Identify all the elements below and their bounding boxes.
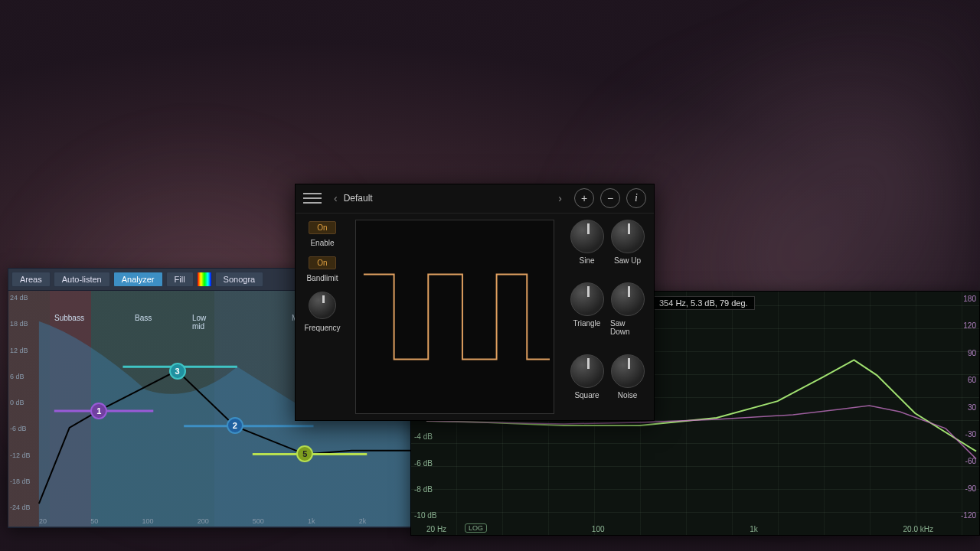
spec-y-tick: -4 dB (414, 432, 436, 441)
preset-next-button[interactable]: › (552, 192, 568, 204)
preset-prev-button[interactable]: ‹ (328, 192, 344, 204)
eq-x-tick: 2k (359, 517, 367, 525)
sine-knob[interactable] (570, 220, 604, 253)
sine-label: Sine (579, 256, 594, 265)
color-swatch-button[interactable] (197, 272, 212, 287)
spec-y-tick: -10 dB (414, 511, 436, 520)
osc-left-column: On Enable On Bandlimit Frequency (296, 214, 349, 420)
frequency-knob[interactable] (309, 292, 336, 319)
log-scale-button[interactable]: LOG (465, 523, 487, 533)
spec-x-tick: 1k (750, 525, 758, 533)
sawup-label: Saw Up (614, 256, 641, 265)
noise-knob[interactable] (611, 354, 645, 388)
eq-node-3[interactable]: 3 (169, 363, 186, 380)
spectrum-tooltip: 354 Hz, 5.3 dB, 79 deg. (652, 296, 755, 310)
eq-x-axis: 20 50 100 200 500 1k 2k 5k (39, 517, 417, 525)
auto-listen-button[interactable]: Auto-listen (54, 272, 110, 287)
preset-selector: ‹ Default › (328, 192, 568, 204)
sawup-knob-group: Saw Up (610, 220, 645, 279)
eq-x-tick: 200 (198, 517, 209, 525)
eq-x-tick: 50 (90, 517, 98, 525)
sine-knob-group: Sine (570, 220, 604, 279)
eq-x-tick: 1k (308, 517, 315, 525)
bandlimit-toggle[interactable]: On (309, 256, 335, 269)
sawup-knob[interactable] (611, 220, 645, 253)
spec-phase-tick: 60 (961, 376, 976, 384)
spec-phase-tick: -30 (961, 430, 976, 439)
oscillator-panel: ‹ Default › + − i On Enable On Bandlimit… (295, 184, 655, 421)
sawdown-knob-group: Saw Down (610, 282, 645, 350)
bandlimit-label: Bandlimit (306, 274, 338, 282)
spec-x-start: 20 Hz (426, 525, 446, 533)
spec-phase-tick: -120 (961, 511, 976, 520)
areas-button[interactable]: Areas (11, 272, 51, 287)
square-label: Square (574, 391, 599, 399)
osc-header: ‹ Default › + − i (296, 184, 654, 214)
enable-label: Enable (310, 239, 334, 247)
spectrum-y-right: 180 120 90 60 30 -30 -60 -90 -120 (961, 295, 976, 520)
enable-toggle[interactable]: On (309, 221, 335, 234)
triangle-knob-group: Triangle (570, 282, 604, 350)
spec-x-tick: 100 (592, 525, 605, 533)
noise-label: Noise (618, 391, 638, 399)
osc-wave-knobs: Sine Saw Up Triangle Saw Down Square Noi… (560, 214, 654, 420)
info-button[interactable]: i (626, 188, 646, 208)
waveform-display[interactable] (355, 220, 554, 414)
eq-x-tick: 500 (253, 517, 264, 525)
eq-x-tick: 100 (142, 517, 153, 525)
osc-body: On Enable On Bandlimit Frequency Sine Sa… (296, 214, 654, 420)
spec-y-tick: -8 dB (414, 485, 436, 494)
spec-x-end: 20.0 kHz (903, 525, 933, 533)
sawdown-knob[interactable] (611, 282, 645, 316)
spec-phase-tick: 30 (961, 403, 976, 412)
noise-knob-group: Noise (610, 354, 645, 414)
triangle-label: Triangle (573, 319, 601, 328)
spectrum-y-left: -2 dB -4 dB -6 dB -8 dB -10 dB (414, 406, 436, 520)
eq-node-5[interactable]: 5 (296, 445, 313, 462)
spec-y-tick: -6 dB (414, 459, 436, 468)
spectrum-x-axis: 20 Hz 100 1k 20.0 kHz (426, 525, 933, 533)
spec-phase-tick: -90 (961, 484, 976, 493)
square-knob[interactable] (570, 354, 604, 388)
spec-phase-tick: 90 (961, 349, 976, 357)
fill-button[interactable]: Fill (166, 272, 194, 287)
frequency-label: Frequency (304, 324, 340, 332)
eq-node-1[interactable]: 1 (90, 403, 107, 419)
triangle-knob[interactable] (570, 282, 604, 316)
remove-button[interactable]: − (600, 188, 620, 208)
add-button[interactable]: + (574, 188, 594, 208)
spec-phase-tick: -60 (961, 457, 976, 465)
sawdown-label: Saw Down (610, 319, 645, 336)
preset-name[interactable]: Default (344, 193, 373, 204)
analyzer-button[interactable]: Analyzer (113, 272, 163, 287)
eq-x-tick: 20 (39, 517, 47, 525)
spec-phase-tick: 120 (961, 321, 976, 330)
square-knob-group: Square (570, 354, 604, 414)
square-wave-icon (356, 220, 554, 413)
menu-icon[interactable] (303, 189, 322, 207)
sonogram-button[interactable]: Sonogra (215, 272, 264, 287)
spec-phase-tick: 180 (961, 295, 976, 303)
eq-node-2[interactable]: 2 (227, 417, 243, 434)
